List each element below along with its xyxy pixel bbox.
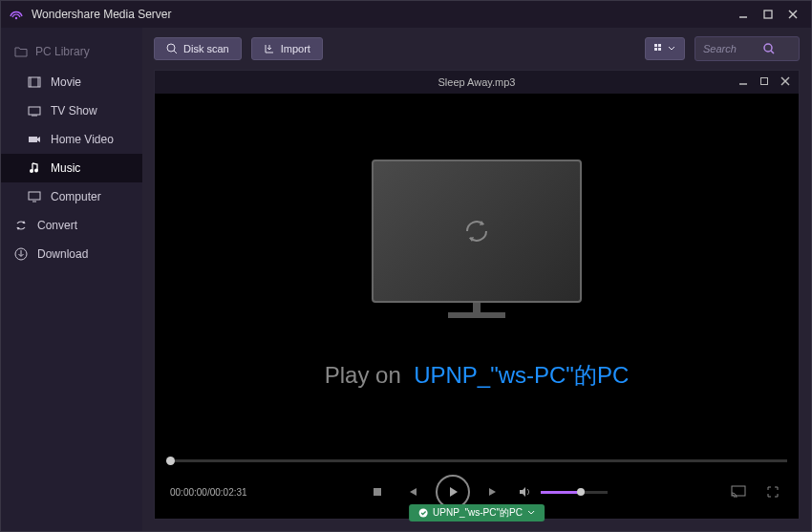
player-maximize-button[interactable] [757,74,772,89]
folder-icon [14,46,28,57]
svg-rect-29 [732,486,745,496]
toolbar: Disk scan Import [142,28,811,70]
svg-point-22 [764,44,772,52]
chevron-down-icon [668,45,675,53]
sidebar-item-label: Download [37,247,88,261]
loading-icon [458,212,496,250]
sidebar-item-label: Convert [37,219,77,232]
app-title: Wondershare Media Server [32,8,172,21]
player-title-text: Sleep Away.mp3 [438,76,516,88]
player-close-button[interactable] [778,74,793,89]
minimize-button[interactable] [733,6,754,23]
svg-rect-10 [29,137,37,142]
close-button[interactable] [782,6,803,23]
camera-icon [28,134,41,145]
import-button[interactable]: Import [251,37,323,60]
svg-line-23 [771,51,774,53]
import-label: Import [281,43,310,54]
player-minimize-button[interactable] [736,74,751,89]
sidebar-item-label: Home Video [51,133,114,146]
import-icon [264,43,275,54]
titlebar: Wondershare Media Server [1,1,811,28]
next-button[interactable] [483,481,504,502]
sidebar-item-computer[interactable]: Computer [1,182,142,211]
seek-bar[interactable] [155,456,799,465]
volume-icon [518,485,533,499]
svg-point-16 [167,44,175,52]
app-logo-icon [9,7,24,22]
sidebar-header-label: PC Library [35,45,90,58]
main-panel: Disk scan Import [142,28,811,531]
view-toggle[interactable] [645,37,685,60]
disk-scan-button[interactable]: Disk scan [154,37,242,60]
time-display: 00:00:00/00:02:31 [170,487,247,498]
sidebar-item-label: Movie [51,75,81,89]
search-icon [747,42,791,55]
device-badge[interactable]: UPNP_"ws-PC"的PC [409,504,545,521]
stop-button[interactable] [367,481,388,502]
tv-graphic [372,160,582,303]
sidebar-item-tvshow[interactable]: TV Show [1,96,142,125]
svg-point-11 [30,169,33,173]
svg-point-30 [419,509,428,518]
svg-rect-19 [658,44,661,47]
svg-point-0 [15,17,17,19]
volume-slider[interactable] [541,491,608,494]
player-titlebar: Sleep Away.mp3 [155,71,799,94]
music-icon [28,162,41,174]
fullscreen-button[interactable] [762,481,783,502]
svg-rect-20 [654,48,657,51]
svg-rect-21 [658,48,661,51]
convert-icon [14,219,28,232]
player-body: Play on UPNP_"ws-PC"的PC [155,94,799,456]
grid-icon [654,44,664,53]
sidebar-item-movie[interactable]: Movie [1,68,142,96]
seek-thumb[interactable] [166,457,175,465]
download-icon [14,247,28,261]
sidebar-item-music[interactable]: Music [1,154,142,182]
sidebar-item-label: Computer [51,190,101,203]
tv-icon [28,105,41,117]
sidebar-header[interactable]: PC Library [1,39,142,68]
sidebar-item-download[interactable]: Download [1,240,142,268]
svg-rect-8 [29,107,40,115]
sidebar-item-homevideo[interactable]: Home Video [1,125,142,154]
svg-rect-25 [760,77,767,84]
cast-button[interactable] [728,481,749,502]
film-icon [28,76,41,88]
monitor-icon [28,191,41,202]
check-icon [418,508,428,518]
maximize-button[interactable] [758,6,779,23]
play-on-label: Play on [325,362,401,388]
player-window: Sleep Away.mp3 [154,70,800,520]
search-placeholder: Search [703,43,747,54]
volume-control[interactable] [518,485,608,499]
chevron-down-icon [527,509,535,517]
disk-scan-icon [166,43,178,54]
sidebar: PC Library Movie TV Show Home Video [1,28,142,531]
device-name: UPNP_"ws-PC"的PC [414,362,629,388]
app-window: Wondershare Media Server PC Library [0,0,812,532]
player-area: Sleep Away.mp3 [154,70,800,520]
svg-rect-28 [374,488,381,496]
search-input[interactable]: Search [694,36,800,61]
sidebar-item-label: Music [51,161,80,175]
device-badge-label: UPNP_"ws-PC"的PC [433,506,523,520]
svg-rect-18 [654,44,657,47]
svg-point-12 [34,169,38,173]
svg-rect-13 [29,192,40,200]
sidebar-item-label: TV Show [51,104,97,117]
svg-line-17 [174,51,177,53]
sidebar-item-convert[interactable]: Convert [1,211,142,240]
svg-rect-2 [764,11,772,18]
disk-scan-label: Disk scan [183,43,229,54]
prev-button[interactable] [401,481,422,502]
play-on-text: Play on UPNP_"ws-PC"的PC [325,360,629,391]
